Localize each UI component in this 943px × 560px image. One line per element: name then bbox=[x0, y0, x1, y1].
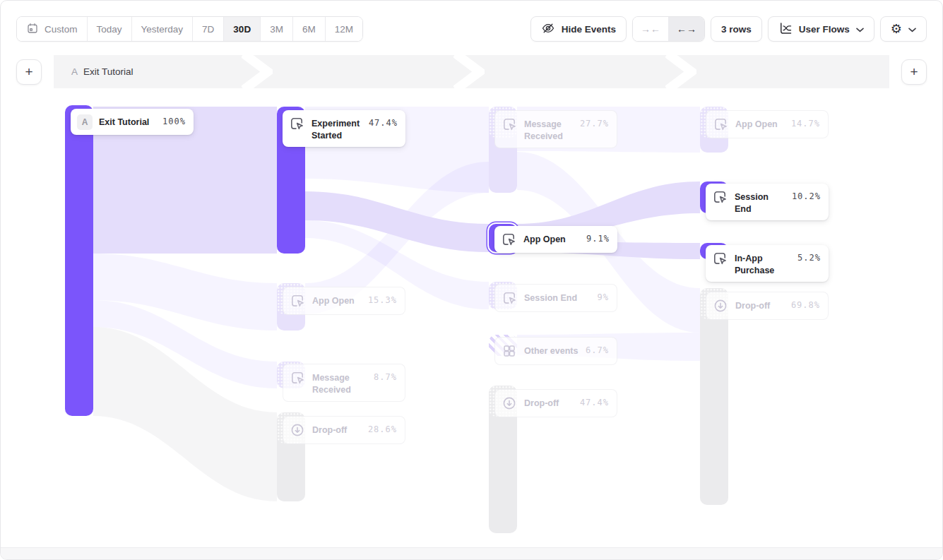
flow-node-message-received[interactable]: Message Received8.7% bbox=[283, 364, 405, 402]
flow-node-name: App Open bbox=[523, 231, 580, 246]
event-icon bbox=[289, 369, 306, 386]
flow-node-percentage: 5.2% bbox=[797, 250, 821, 263]
other-events-icon bbox=[501, 342, 518, 359]
hide-events-button[interactable]: Hide Events bbox=[530, 16, 627, 42]
event-icon bbox=[712, 116, 729, 133]
add-step-after-button[interactable]: + bbox=[901, 59, 927, 85]
event-icon-wrap bbox=[289, 292, 306, 309]
flow-node-name: Drop-off bbox=[735, 297, 785, 312]
event-icon-wrap bbox=[288, 115, 305, 132]
date-range-today[interactable]: Today bbox=[88, 17, 132, 41]
event-icon-wrap bbox=[501, 116, 518, 133]
expand-icon: ←→ bbox=[677, 23, 696, 35]
toolbar: Custom Today Yesterday 7D 30D 3M 6M 12M … bbox=[16, 16, 927, 42]
flow-node-session-end[interactable]: Session End9% bbox=[494, 284, 617, 312]
flow-node-bar-exit-tutorial[interactable] bbox=[65, 105, 93, 416]
event-icon-wrap bbox=[712, 116, 729, 133]
user-flows-icon bbox=[778, 21, 793, 37]
flow-node-percentage: 10.2% bbox=[792, 189, 821, 201]
dropoff-icon-wrap bbox=[289, 422, 306, 439]
flow-node-percentage: 28.6% bbox=[368, 422, 397, 434]
flow-node-app-open[interactable]: App Open14.7% bbox=[706, 110, 829, 138]
flow-node-exit-tutorial[interactable]: AExit Tutorial100% bbox=[71, 109, 194, 135]
event-icon-wrap bbox=[501, 290, 518, 306]
eye-off-icon bbox=[541, 21, 555, 37]
dropoff-icon-wrap bbox=[501, 395, 518, 412]
add-step-before-button[interactable]: + bbox=[16, 59, 42, 85]
event-icon-wrap bbox=[711, 189, 728, 205]
flow-node-percentage: 100% bbox=[162, 114, 186, 126]
flow-node-percentage: 14.7% bbox=[791, 116, 820, 129]
rows-button[interactable]: 3 rows bbox=[711, 16, 762, 42]
flow-node-drop-off[interactable]: Drop-off47.4% bbox=[494, 389, 617, 417]
collapse-icon: →← bbox=[641, 23, 660, 35]
event-icon bbox=[501, 290, 518, 306]
flow-node-app-open[interactable]: App Open9.1% bbox=[494, 226, 617, 253]
flow-node-in-app-purchase[interactable]: In-App Purchase5.2% bbox=[706, 245, 829, 282]
flow-node-percentage: 9.1% bbox=[586, 231, 610, 244]
flow-node-name: Drop-off bbox=[312, 422, 362, 436]
flow-node-name: Session End bbox=[524, 290, 591, 304]
step-title: Exit Tutorial bbox=[83, 66, 134, 77]
expand-columns-button[interactable]: ←→ bbox=[669, 17, 704, 41]
date-range-30d[interactable]: 30D bbox=[224, 17, 261, 41]
flow-node-name: Exit Tutorial bbox=[99, 114, 156, 129]
rows-label: 3 rows bbox=[721, 24, 752, 35]
date-range-6m[interactable]: 6M bbox=[293, 17, 326, 41]
flow-node-drop-off[interactable]: Drop-off69.8% bbox=[706, 292, 829, 320]
user-flows-panel: Custom Today Yesterday 7D 30D 3M 6M 12M … bbox=[0, 0, 943, 560]
date-range-group: Custom Today Yesterday 7D 30D 3M 6M 12M bbox=[16, 16, 363, 42]
chevron-down-icon bbox=[908, 24, 916, 35]
flow-node-name: App Open bbox=[735, 116, 785, 131]
flow-node-app-open[interactable]: App Open15.3% bbox=[283, 287, 405, 315]
view-selector-label: User Flows bbox=[799, 24, 850, 35]
collapse-columns-button[interactable]: →← bbox=[633, 17, 669, 41]
event-icon bbox=[501, 116, 518, 133]
flow-node-name: Message Received bbox=[524, 116, 574, 143]
event-icon bbox=[711, 250, 728, 267]
dropoff-icon bbox=[712, 297, 729, 314]
date-range-3m[interactable]: 3M bbox=[261, 17, 293, 41]
flow-node-drop-off[interactable]: Drop-off28.6% bbox=[283, 416, 405, 444]
date-range-yesterday[interactable]: Yesterday bbox=[132, 17, 194, 41]
flow-node-percentage: 69.8% bbox=[791, 297, 820, 310]
flow-node-message-received[interactable]: Message Received27.7% bbox=[494, 110, 617, 148]
flow-node-name: Other events bbox=[524, 342, 579, 357]
flow-node-name: Message Received bbox=[312, 369, 367, 396]
event-icon-wrap bbox=[711, 250, 728, 267]
flow-node-percentage: 8.7% bbox=[374, 369, 397, 382]
view-selector-button[interactable]: User Flows bbox=[768, 16, 874, 42]
column-width-group: →← ←→ bbox=[632, 16, 705, 42]
chevron-down-icon bbox=[856, 24, 864, 35]
step-divider-chevron-icon bbox=[242, 55, 273, 88]
calendar-icon bbox=[26, 22, 39, 37]
other-events-icon-wrap bbox=[501, 342, 518, 359]
flow-node-session-end[interactable]: Session End10.2% bbox=[706, 184, 829, 220]
settings-button[interactable]: ⚙ bbox=[880, 16, 927, 42]
date-range-custom[interactable]: Custom bbox=[17, 17, 88, 41]
flow-node-percentage: 47.4% bbox=[580, 395, 609, 407]
flow-node-name: Drop-off bbox=[524, 395, 574, 410]
step-header-band: A Exit Tutorial bbox=[54, 55, 889, 88]
event-icon bbox=[289, 292, 306, 309]
flow-node-name: Experiment Started bbox=[312, 115, 362, 142]
event-icon bbox=[288, 115, 305, 132]
event-icon-wrap bbox=[289, 369, 306, 386]
gear-icon: ⚙ bbox=[891, 23, 902, 35]
date-range-12m[interactable]: 12M bbox=[326, 17, 362, 41]
event-icon bbox=[711, 189, 728, 205]
step-divider-chevron-icon bbox=[665, 55, 696, 88]
dropoff-icon bbox=[289, 422, 306, 439]
toolbar-right: Hide Events →← ←→ 3 rows User Flows bbox=[530, 16, 927, 42]
event-icon-wrap bbox=[500, 231, 517, 248]
hide-events-label: Hide Events bbox=[562, 24, 616, 35]
step-prefix: A bbox=[71, 66, 78, 77]
flow-node-name: In-App Purchase bbox=[735, 250, 791, 277]
bottom-scroll-strip[interactable] bbox=[1, 547, 942, 559]
flow-node-name: App Open bbox=[312, 292, 362, 307]
flow-node-experiment-started[interactable]: Experiment Started47.4% bbox=[283, 110, 405, 147]
flow-node-bar-drop-off[interactable] bbox=[700, 288, 728, 505]
dropoff-icon bbox=[501, 395, 518, 412]
date-range-7d[interactable]: 7D bbox=[193, 17, 224, 41]
flow-node-other-events[interactable]: Other events6.7% bbox=[494, 337, 617, 365]
